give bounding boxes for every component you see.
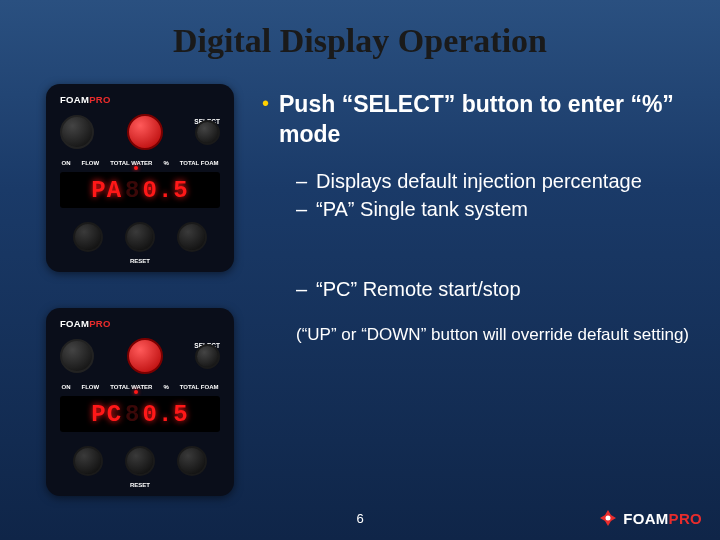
indicator-labels: ONFLOWTOTAL WATER%TOTAL FOAM — [46, 384, 234, 390]
display-dim: 8 — [125, 401, 139, 428]
slide-title: Digital Display Operation — [0, 0, 720, 60]
select-knob — [195, 344, 220, 369]
display-value: 0.5 — [143, 177, 189, 204]
device-panel-pa: FOAMPRO SELECT ONFLOWTOTAL WATER%TOTAL F… — [46, 84, 234, 272]
text-column: • Push “SELECT” button to enter “%” mode… — [262, 84, 690, 496]
display-value: 0.5 — [143, 401, 189, 428]
display-letters: PA — [91, 177, 122, 204]
reset-knob — [125, 222, 155, 252]
red-button — [127, 338, 163, 374]
foam-knob — [60, 115, 94, 149]
up-knob — [177, 446, 207, 476]
logo-icon — [598, 508, 618, 528]
main-bullet: • Push “SELECT” button to enter “%” mode — [262, 90, 690, 150]
reset-label: RESET — [130, 482, 150, 488]
footer-logo: FOAMPRO — [598, 508, 702, 528]
page-number: 6 — [356, 511, 363, 526]
brand-label: FOAMPRO — [60, 318, 111, 329]
dash-icon: – — [296, 276, 308, 302]
content-area: FOAMPRO SELECT ONFLOWTOTAL WATER%TOTAL F… — [0, 60, 720, 496]
sub-bullet-list-1: – Displays default injection percentage … — [262, 168, 690, 222]
device-panel-pc: FOAMPRO SELECT ONFLOWTOTAL WATER%TOTAL F… — [46, 308, 234, 496]
sub-bullet: – “PA” Single tank system — [296, 196, 690, 222]
reset-label: RESET — [130, 258, 150, 264]
sub-bullet: – Displays default injection percentage — [296, 168, 690, 194]
main-bullet-text: Push “SELECT” button to enter “%” mode — [279, 90, 690, 150]
down-knob — [73, 446, 103, 476]
bottom-controls — [46, 222, 234, 252]
up-knob — [177, 222, 207, 252]
top-controls — [46, 338, 234, 374]
top-controls — [46, 114, 234, 150]
display-letters: PC — [91, 401, 122, 428]
sub-bullet-text: “PA” Single tank system — [316, 196, 528, 222]
select-knob — [195, 120, 220, 145]
sub-bullet-text: “PC” Remote start/stop — [316, 276, 521, 302]
bottom-controls — [46, 446, 234, 476]
foam-knob — [60, 339, 94, 373]
down-knob — [73, 222, 103, 252]
brand-label: FOAMPRO — [60, 94, 111, 105]
indicator-labels: ONFLOWTOTAL WATER%TOTAL FOAM — [46, 160, 234, 166]
sub-bullet-list-2: – “PC” Remote start/stop — [262, 276, 690, 302]
dash-icon: – — [296, 196, 308, 222]
panel-column: FOAMPRO SELECT ONFLOWTOTAL WATER%TOTAL F… — [46, 84, 234, 496]
reset-knob — [125, 446, 155, 476]
indicator-led — [134, 390, 138, 394]
bullet-icon: • — [262, 90, 269, 150]
logo-text: FOAMPRO — [623, 510, 702, 527]
digital-display: PC 8 0.5 — [60, 396, 220, 432]
digital-display: PA 8 0.5 — [60, 172, 220, 208]
indicator-led — [134, 166, 138, 170]
red-button — [127, 114, 163, 150]
dash-icon: – — [296, 168, 308, 194]
sub-bullet-text: Displays default injection percentage — [316, 168, 642, 194]
display-dim: 8 — [125, 177, 139, 204]
svg-point-0 — [606, 516, 611, 521]
note-text: (“UP” or “DOWN” button will override def… — [262, 324, 690, 346]
sub-bullet: – “PC” Remote start/stop — [296, 276, 690, 302]
